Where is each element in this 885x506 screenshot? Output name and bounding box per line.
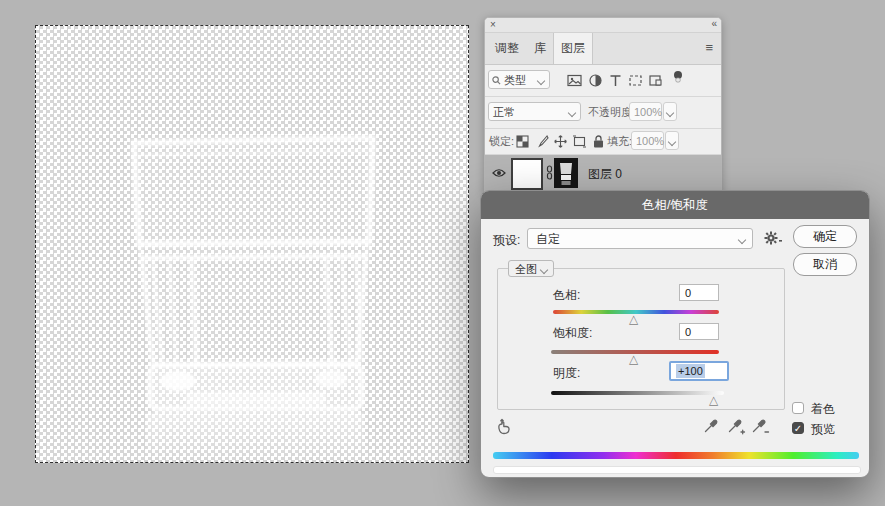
lock-all-padlock-icon[interactable] [591,134,606,149]
document-canvas[interactable] [35,25,469,463]
colorize-label: 着色 [811,401,835,418]
blend-mode-value: 正常 [493,106,515,118]
subtract-sample-eyedropper-icon[interactable] [751,418,770,435]
channel-value: 全图 [515,263,537,275]
lock-artboard-icon[interactable] [572,134,587,149]
preset-value: 自定 [536,232,560,246]
fill-value[interactable]: 100% [631,131,664,150]
cancel-button[interactable]: 取消 [793,253,857,276]
lock-transparency-icon[interactable] [515,134,530,149]
hue-label: 色相: [553,287,580,304]
hue-saturation-dialog: 色相/饱和度 预设: 自定 确定 取消 全图 [480,190,870,478]
preset-options-gear-icon[interactable] [764,231,782,246]
add-sample-eyedropper-icon[interactable] [727,418,746,435]
adjusted-hue-strip [493,466,861,474]
adjustment-layer-filter-icon[interactable] [588,73,603,88]
pixel-layer-filter-icon[interactable] [567,73,582,88]
sample-eyedropper-icon[interactable] [703,418,719,434]
layer-thumbnail[interactable] [554,158,578,188]
panel-menu-icon[interactable]: ≡ [705,33,713,63]
dialog-title: 色相/饱和度 [642,198,708,212]
lock-label: 锁定: [489,134,514,149]
lock-position-move-icon[interactable] [553,134,568,149]
type-layer-filter-icon[interactable] [608,73,623,88]
smart-object-filter-icon[interactable] [648,73,663,88]
blend-mode-row: 正常 不透明度: 100% [485,97,721,129]
lock-pixels-brush-icon[interactable] [535,134,550,149]
filter-type-label: 类型 [504,74,526,86]
saturation-slider-thumb[interactable]: △ [629,353,638,365]
photoshop-workspace: × « 调整 库 图层 ≡ 类型 [0,0,885,506]
layer-filter-row: 类型 [485,65,721,97]
tab-layers[interactable]: 图层 [553,33,593,64]
channel-dropdown[interactable]: 全图 [508,260,554,277]
shape-layer-filter-icon[interactable] [628,73,643,88]
blend-mode-dropdown[interactable]: 正常 [488,102,581,121]
layer-row[interactable]: 图层 0 [485,155,721,193]
original-hue-strip [493,452,859,459]
fill-dropdown-button[interactable] [665,131,679,150]
layer-mask-thumbnail[interactable] [511,158,543,190]
hue-slider-thumb[interactable]: △ [629,313,638,325]
preset-label: 预设: [493,232,520,249]
layers-panel: × « 调整 库 图层 ≡ 类型 [484,17,722,195]
mask-link-chain-icon[interactable] [546,165,553,180]
tab-libraries[interactable]: 库 [525,33,555,63]
filter-type-dropdown[interactable]: 类型 [488,70,550,89]
chevron-down-icon [738,236,746,244]
dialog-title-bar[interactable]: 色相/饱和度 [481,191,869,219]
colorize-checkbox[interactable] [792,402,804,414]
chevron-down-icon [540,266,548,274]
layer-visibility-eye-icon[interactable] [492,168,506,178]
opacity-value[interactable]: 100% [629,102,662,121]
opacity-dropdown-button[interactable] [663,102,677,121]
preview-label: 预览 [811,421,835,438]
targeted-adjustment-hand-icon[interactable] [494,417,514,437]
lightness-selected-text: +100 [676,364,705,378]
chevron-down-icon [537,77,545,85]
chevron-down-icon [568,109,576,117]
layer-name: 图层 0 [588,155,622,193]
opacity-label: 不透明度: [588,105,635,120]
fill-label: 填充: [607,134,632,149]
close-icon[interactable]: × [490,18,496,31]
lightness-slider[interactable] [551,391,724,395]
hue-input[interactable]: 0 [679,284,719,301]
saturation-label: 饱和度: [553,325,592,342]
preview-checkbox[interactable]: ✓ [792,422,804,434]
lightness-label: 明度: [553,365,580,382]
lightness-input[interactable]: +100 [669,361,729,381]
chevron-down-icon [668,138,676,146]
ok-button[interactable]: 确定 [793,225,857,248]
saturation-input[interactable]: 0 [679,323,719,340]
tab-adjustments[interactable]: 调整 [487,33,527,63]
search-icon [492,76,501,85]
channel-group-box [497,268,785,410]
filter-toggle-dot-icon[interactable] [671,70,686,85]
chevron-down-icon [666,109,674,117]
lightness-slider-thumb[interactable]: △ [709,394,718,406]
preset-dropdown[interactable]: 自定 [527,228,753,249]
lock-row: 锁定: 填充: 100% [485,129,721,155]
glass-image [126,111,381,461]
panel-top-bar: × « [485,18,721,33]
panel-tab-bar: 调整 库 图层 ≡ [485,33,721,65]
collapse-panel-icon[interactable]: « [711,17,716,30]
